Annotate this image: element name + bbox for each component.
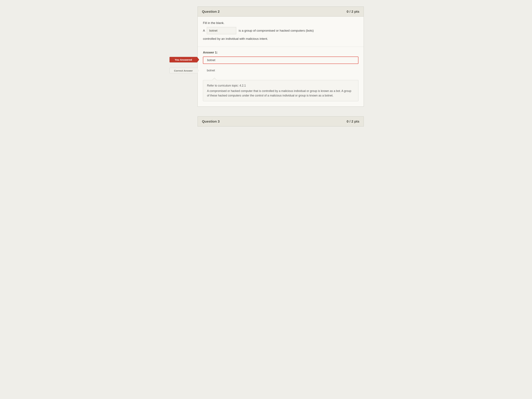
- feedback-reference: Refer to curriculum topic: 4.2.1: [207, 83, 354, 88]
- your-answer-box: botnet: [203, 57, 358, 64]
- answer-heading: Answer 1:: [203, 51, 358, 54]
- question-title: Question 3: [202, 120, 220, 123]
- prompt-line-2: controlled by an individual with malicio…: [203, 36, 358, 42]
- blank-input: botnet: [207, 27, 236, 34]
- prompt-intro: Fill in the blank.: [203, 21, 358, 25]
- question-title: Question 2: [202, 10, 220, 13]
- you-answered-tag: You Answered: [170, 57, 197, 63]
- prompt-after-blank: is a group of compromised or hacked comp…: [239, 29, 314, 32]
- correct-answer-tag: Correct Answer: [170, 68, 197, 73]
- feedback-box: Refer to curriculum topic: 4.2.1 A compr…: [203, 80, 358, 101]
- prompt-letter: A: [203, 29, 205, 32]
- prompt-line-1: A botnet is a group of compromised or ha…: [203, 27, 358, 34]
- feedback-body: A compromised or hacked computer that is…: [207, 89, 351, 97]
- question-points: 0 / 2 pts: [347, 10, 359, 13]
- question-card-3: Question 3 0 / 2 pts: [197, 116, 364, 127]
- correct-answer-row: Correct Answer botnet: [203, 68, 358, 74]
- question-card-2: Question 2 0 / 2 pts Fill in the blank. …: [197, 6, 364, 107]
- question-header: Question 3 0 / 2 pts: [198, 117, 364, 126]
- page: Question 2 0 / 2 pts Fill in the blank. …: [168, 0, 364, 127]
- question-header: Question 2 0 / 2 pts: [198, 7, 364, 17]
- question-points: 0 / 2 pts: [347, 120, 359, 123]
- question-body: Fill in the blank. A botnet is a group o…: [198, 17, 364, 107]
- you-answered-row: You Answered botnet: [203, 57, 358, 64]
- correct-answer-text: botnet: [203, 68, 358, 74]
